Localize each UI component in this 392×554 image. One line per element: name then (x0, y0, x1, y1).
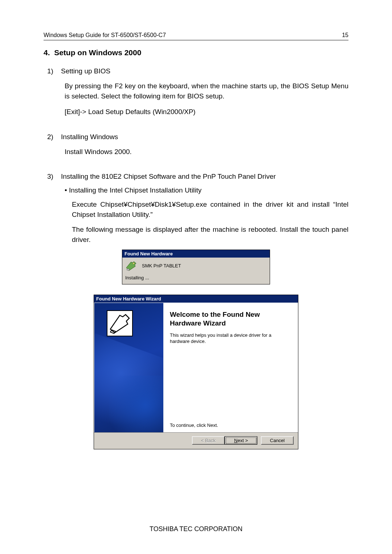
wizard-button-bar: < Back Next > Cancel (94, 432, 298, 449)
doc-title: Windows Setup Guide for ST-6500/ST-6500-… (44, 32, 166, 39)
paragraph: By pressing the F2 key on the keyboard, … (65, 81, 348, 101)
page-footer: TOSHIBA TEC CORPORATION (0, 525, 392, 533)
header-divider (44, 40, 348, 40)
item-label: Installing Windows (61, 133, 118, 141)
wizard-heading: Welcome to the Found New Hardware Wizard (170, 310, 291, 328)
wizard-hardware-icon (107, 310, 133, 336)
found-new-hardware-dialog: Found New Hardware SMK PnP TABLET Instal… (122, 250, 270, 284)
installing-status: Installing ... (125, 275, 267, 280)
bullet: • Installing the Intel Chipset Installat… (65, 186, 348, 194)
found-new-hardware-wizard-dialog: Found New Hardware Wizard Welcome to the… (94, 295, 298, 449)
cancel-button-label: Cancel (270, 438, 285, 443)
paragraph: [Exit]-> Load Setup Defaults (Win2000/XP… (65, 107, 348, 117)
paragraph: Install Windows 2000. (65, 147, 348, 157)
item-label: Setting up BIOS (61, 67, 110, 75)
wizard-description: This wizard helps you install a device d… (170, 332, 291, 345)
svg-point-0 (133, 263, 134, 264)
list-item: 2) Installing Windows (44, 133, 348, 141)
next-button[interactable]: Next > (225, 436, 257, 445)
paragraph: The following message is displayed after… (72, 225, 348, 244)
item-label: Installing the 810E2 Chipset Software an… (61, 173, 276, 181)
wizard-main-panel: Welcome to the Found New Hardware Wizard… (163, 303, 298, 432)
wizard-sidebar-image (94, 303, 163, 432)
next-button-label: Next > (234, 438, 248, 443)
list-item: 3) Installing the 810E2 Chipset Software… (44, 173, 348, 181)
item-number: 2) (44, 133, 61, 141)
page-header: Windows Setup Guide for ST-6500/ST-6500-… (44, 32, 348, 39)
paragraph: Execute Chipset¥Chipset¥Disk1¥Setup.exe … (72, 199, 348, 219)
device-name: SMK PnP TABLET (142, 263, 181, 268)
back-button: < Back (192, 436, 225, 445)
cancel-button[interactable]: Cancel (261, 436, 294, 445)
dialog-title: Found New Hardware Wizard (94, 295, 298, 303)
hardware-icon (125, 260, 138, 271)
item-number: 3) (44, 173, 61, 181)
dialog-title: Found New Hardware (122, 250, 270, 258)
section-title: 4. Setup on Windows 2000 (44, 48, 348, 57)
item-number: 1) (44, 67, 61, 75)
section-heading: Setup on Windows 2000 (54, 48, 141, 57)
list-item: 1) Setting up BIOS (44, 67, 348, 75)
back-button-label: < Back (201, 438, 216, 443)
document-page: Windows Setup Guide for ST-6500/ST-6500-… (0, 0, 392, 449)
wizard-continue-text: To continue, click Next. (170, 422, 291, 428)
page-number: 15 (342, 32, 348, 39)
section-number: 4. (44, 48, 50, 57)
